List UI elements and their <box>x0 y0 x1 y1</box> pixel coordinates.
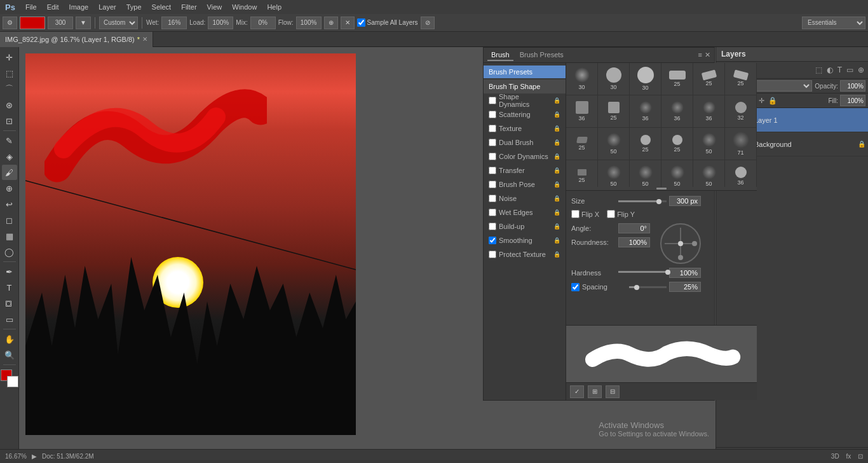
menu-file[interactable]: File <box>22 2 41 12</box>
channels-icon[interactable]: ⊡ <box>858 453 863 460</box>
brush-cell-3-6[interactable]: 71 <box>725 128 757 160</box>
move-tool[interactable]: ✛ <box>2 50 17 65</box>
brush-cell-4-3[interactable]: 50 <box>630 160 661 187</box>
spacing-slider[interactable] <box>629 286 667 288</box>
brush-preset-select[interactable]: Custom <box>99 17 138 29</box>
canvas-area[interactable]: Brush Brush Presets ≡ ✕ Brush Presets Br… <box>19 47 868 449</box>
brush-cell-2-6[interactable]: 32 <box>725 95 757 127</box>
brush-tab[interactable]: Brush <box>487 50 513 61</box>
menu-select[interactable]: Select <box>148 2 175 12</box>
load-input[interactable] <box>208 17 233 29</box>
hardness-slider[interactable] <box>618 269 667 277</box>
brush-bottom-check[interactable]: ✓ <box>570 385 584 398</box>
filter-smart-icon[interactable]: ⊕ <box>857 66 865 74</box>
roundness-input[interactable] <box>618 237 650 247</box>
healing-tool[interactable]: ◈ <box>2 149 17 164</box>
flip-x-check[interactable] <box>571 210 580 218</box>
brush-tip-shape-item[interactable]: Brush Tip Shape <box>484 79 566 93</box>
brush-cell-3-5[interactable]: 50 <box>693 128 725 160</box>
brush-tool[interactable]: 🖌 <box>2 165 17 180</box>
fill-input[interactable] <box>840 95 865 106</box>
brush-color-swatch[interactable] <box>20 17 45 29</box>
brush-cell-1-2[interactable]: 30 <box>598 63 630 95</box>
brush-cell-2-5[interactable]: 36 <box>693 95 725 127</box>
tool-options-btn[interactable]: ⚙ <box>3 17 17 29</box>
dual-brush-item[interactable]: Dual Brush 🔒 <box>484 135 566 149</box>
menu-image[interactable]: Image <box>65 2 93 12</box>
filter-text-icon[interactable]: T <box>836 66 843 74</box>
background-color[interactable] <box>7 376 18 387</box>
mix-input[interactable] <box>250 17 276 29</box>
brush-cell-2-4[interactable]: 36 <box>661 95 693 127</box>
pressure-btn[interactable]: ⊘ <box>421 17 435 29</box>
protect-texture-item[interactable]: Protect Texture 🔒 <box>484 247 566 261</box>
transfer-item[interactable]: Transfer 🔒 <box>484 163 566 177</box>
brush-cell-3-4[interactable]: 25 <box>661 128 693 160</box>
brush-cell-3-2[interactable]: 50 <box>598 128 630 160</box>
brush-cell-4-2[interactable]: 50 <box>598 160 630 187</box>
workspace-select[interactable]: Essentials <box>802 17 865 29</box>
brush-cell-4-5[interactable]: 50 <box>693 160 725 187</box>
noise-item[interactable]: Noise 🔒 <box>484 191 566 205</box>
file-tab[interactable]: IMG_8922.jpg @ 16.7% (Layer 1, RGB/8) * … <box>0 32 153 47</box>
erase-btn[interactable]: ✕ <box>341 17 355 29</box>
panel-menu-icon[interactable]: ≡ <box>698 51 702 59</box>
angle-control-circle[interactable] <box>660 223 701 264</box>
smoothing-item[interactable]: Smoothing 🔒 <box>484 233 566 247</box>
brush-presets-button[interactable]: Brush Presets <box>484 66 566 78</box>
text-tool[interactable]: T <box>2 280 17 295</box>
brush-cell-3-3[interactable]: 25 <box>630 128 661 160</box>
brush-picker-btn[interactable]: ▼ <box>76 17 91 29</box>
transfer-check[interactable] <box>489 167 496 174</box>
brush-cell-1-1[interactable]: 30 <box>566 63 598 95</box>
noise-check[interactable] <box>489 195 496 202</box>
eyedropper-tool[interactable]: ✎ <box>2 133 17 148</box>
brush-size-input[interactable] <box>48 17 73 29</box>
texture-item[interactable]: Texture 🔒 <box>484 121 566 135</box>
wet-input[interactable] <box>161 17 187 29</box>
brush-cell-4-4[interactable]: 50 <box>661 160 693 187</box>
fx-icon[interactable]: fx <box>846 453 851 460</box>
gradient-tool[interactable]: ▦ <box>2 228 17 244</box>
brush-presets-tab[interactable]: Brush Presets <box>516 50 567 61</box>
brush-cell-1-5[interactable]: 25 <box>693 63 725 95</box>
brush-cell-3-1[interactable]: 25 <box>566 128 598 160</box>
brush-cell-1-6[interactable]: 25 <box>725 63 757 95</box>
menu-filter[interactable]: Filter <box>177 2 200 12</box>
menu-help[interactable]: Help <box>263 2 285 12</box>
lasso-tool[interactable]: ⌒ <box>2 81 17 97</box>
hand-tool[interactable]: ✋ <box>2 331 17 347</box>
scroll-thumb[interactable] <box>656 188 667 190</box>
flip-y-check[interactable] <box>607 210 615 218</box>
smoothing-check[interactable] <box>489 237 496 244</box>
spacing-check[interactable] <box>571 283 580 291</box>
brush-cell-1-4[interactable]: 25 <box>661 63 693 95</box>
panel-close-icon[interactable]: ✕ <box>705 51 710 59</box>
lock-all-btn[interactable]: 🔒 <box>768 97 777 105</box>
lock-move-btn[interactable]: ✛ <box>759 97 764 105</box>
scattering-item[interactable]: Scattering 🔒 <box>484 107 566 121</box>
path-tool[interactable]: ⛋ <box>2 296 17 311</box>
opacity-input[interactable] <box>840 80 865 92</box>
close-tab-btn[interactable]: ✕ <box>142 36 147 43</box>
3d-icon[interactable]: 3D <box>831 453 839 460</box>
shape-tool[interactable]: ▭ <box>2 312 17 327</box>
shape-dynamics-item[interactable]: Shape Dynamics 🔒 <box>484 93 566 107</box>
brush-cell-2-1[interactable]: 36 <box>566 95 598 127</box>
size-slider[interactable] <box>618 200 667 202</box>
history-tool[interactable]: ↩ <box>2 197 17 212</box>
menu-view[interactable]: View <box>203 2 226 12</box>
filter-adjust-icon[interactable]: ◐ <box>825 66 834 74</box>
filter-pixel-icon[interactable]: ⬚ <box>814 66 824 74</box>
menu-edit[interactable]: Edit <box>43 2 63 12</box>
menu-layer[interactable]: Layer <box>95 2 120 12</box>
brush-cell-1-3[interactable]: 30 <box>630 63 661 95</box>
build-up-item[interactable]: Build-up 🔒 <box>484 219 566 233</box>
texture-check[interactable] <box>489 125 496 132</box>
build-up-check[interactable] <box>489 223 496 230</box>
angle-input[interactable] <box>618 223 650 233</box>
brush-bottom-grid[interactable]: ⊞ <box>588 385 602 398</box>
color-dynamics-item[interactable]: Color Dynamics 🔒 <box>484 149 566 163</box>
airbrush-btn[interactable]: ⊕ <box>324 17 338 29</box>
protect-texture-check[interactable] <box>489 251 496 258</box>
